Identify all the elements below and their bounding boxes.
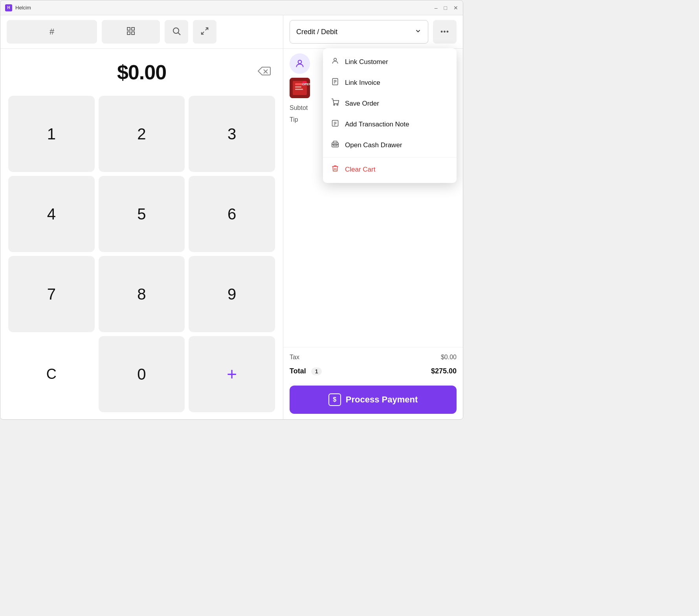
total-row: Total 1 $275.00 [290,363,457,378]
link-customer-icon [331,57,339,67]
dropdown-cash-drawer[interactable]: Open Cash Drawer [323,135,457,155]
numpad-4[interactable]: 4 [8,176,95,252]
clear-cart-icon [331,165,339,174]
tax-row: Tax $0.00 [290,351,457,363]
svg-point-10 [298,60,302,64]
clear-cart-label: Clear Cart [345,166,375,174]
numpad-5[interactable]: 5 [99,176,185,252]
svg-point-24 [337,104,338,105]
link-invoice-icon [331,78,339,88]
grid-icon [126,26,136,38]
svg-point-4 [173,28,179,33]
total-value: $275.00 [431,367,457,375]
customer-avatar [290,53,310,74]
save-order-label: Save Order [345,100,379,108]
dropdown-divider [323,157,457,157]
totals-area: Tax $0.00 Total 1 $275.00 [283,347,463,382]
dropdown-clear-cart[interactable]: Clear Cart [323,159,457,180]
svg-rect-2 [127,32,130,35]
hash-button[interactable]: # [7,20,97,44]
more-icon: ••• [440,28,449,36]
add-note-icon [331,119,339,129]
dropdown-save-order[interactable]: Save Order [323,93,457,114]
numpad-clear[interactable]: C [8,336,95,412]
dropdown-add-note[interactable]: Add Transaction Note [323,114,457,135]
add-note-label: Add Transaction Note [345,121,409,128]
svg-rect-3 [132,32,134,35]
search-button[interactable] [165,20,188,44]
total-badge: 1 [311,367,322,375]
cash-drawer-icon [331,140,339,150]
svg-point-18 [334,58,337,61]
app-logo: H [5,4,12,11]
dropdown-menu: Link Customer Link Invoice [323,48,457,183]
numpad-2[interactable]: 2 [99,96,185,172]
link-customer-label: Link Customer [345,58,388,66]
total-label: Total [290,367,306,375]
svg-rect-29 [332,143,339,147]
product-thumbnail: OPEN [290,78,310,98]
backspace-button[interactable] [257,66,271,79]
subtotal-label: Subtot [290,104,308,112]
titlebar: H Helcim – □ ✕ [0,0,463,15]
maximize-button[interactable]: □ [444,5,447,11]
left-panel: # [0,15,283,420]
numpad-1[interactable]: 1 [8,96,95,172]
numpad-9[interactable]: 9 [189,256,275,332]
save-order-icon [331,99,339,108]
right-panel: Credit / Debit ••• [283,15,463,420]
svg-text:OPEN: OPEN [302,82,310,86]
numpad: 1 2 3 4 5 6 7 8 9 C 0 + [0,92,283,420]
grid-button[interactable] [102,20,160,44]
backspace-icon [257,69,271,79]
expand-icon [200,27,209,37]
process-payment-button[interactable]: $ Process Payment [290,386,457,414]
minimize-button[interactable]: – [435,5,438,11]
numpad-3[interactable]: 3 [189,96,275,172]
link-invoice-label: Link Invoice [345,79,380,87]
svg-rect-0 [127,27,130,30]
svg-rect-14 [295,86,301,88]
process-payment-icon: $ [328,393,341,406]
main-layout: # [0,15,463,420]
svg-line-6 [205,27,208,30]
titlebar-left: H Helcim [5,4,31,11]
tax-label: Tax [290,354,299,361]
numpad-7[interactable]: 7 [8,256,95,332]
svg-rect-15 [295,89,303,90]
numpad-plus[interactable]: + [189,336,275,412]
svg-line-7 [202,31,204,34]
window-controls: – □ ✕ [435,5,458,11]
search-icon [172,26,181,38]
amount-display: $0.00 [117,60,166,84]
numpad-6[interactable]: 6 [189,176,275,252]
payment-method-label: Credit / Debit [296,28,338,36]
numpad-8[interactable]: 8 [99,256,185,332]
tip-label: Tip [290,116,298,123]
total-label-group: Total 1 [290,367,322,375]
more-options-button[interactable]: ••• [433,20,457,44]
close-button[interactable]: ✕ [453,5,458,11]
hash-icon: # [50,27,54,37]
svg-line-5 [178,33,181,35]
right-toolbar: Credit / Debit ••• [283,15,463,49]
tax-value: $0.00 [441,354,457,361]
cash-drawer-label: Open Cash Drawer [345,141,402,149]
svg-rect-25 [332,121,338,126]
app-title: Helcim [15,5,31,11]
svg-point-23 [334,104,335,105]
dropdown-link-invoice[interactable]: Link Invoice [323,72,457,93]
calculator-toolbar: # [0,15,283,49]
amount-area: $0.00 [0,49,283,92]
numpad-0[interactable]: 0 [99,336,185,412]
svg-rect-1 [132,27,134,30]
payment-method-select[interactable]: Credit / Debit [290,20,428,44]
chevron-down-icon [415,27,422,37]
expand-button[interactable] [193,20,216,44]
dropdown-link-customer[interactable]: Link Customer [323,51,457,72]
process-payment-label: Process Payment [346,395,418,405]
